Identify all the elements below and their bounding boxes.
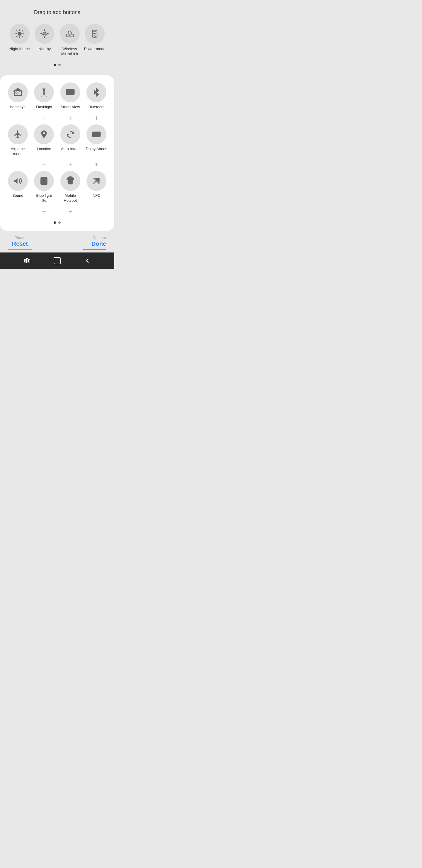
nfc-icon-circle (87, 171, 106, 191)
back-icon (84, 257, 91, 264)
panel-item-auto-rotate[interactable]: Auto rotate (59, 124, 82, 152)
svg-rect-27 (26, 258, 28, 263)
airplane-icon-circle (8, 124, 28, 144)
nfc-icon (92, 176, 101, 186)
dolby-atmos-label: Dolby Atmos (86, 147, 107, 152)
mobile-hotspot-icon (66, 176, 75, 186)
panel-item-homesys[interactable]: homesys (6, 83, 30, 110)
svg-point-10 (69, 35, 70, 36)
plus-row-3: + + (5, 206, 109, 218)
blue-light-filter-label: Blue light filter (32, 193, 56, 203)
panel-item-flashlight[interactable]: Flashlight (32, 83, 56, 110)
auto-rotate-label: Auto rotate (61, 147, 80, 152)
plus-button-5[interactable]: + (59, 160, 82, 170)
svg-line-7 (17, 36, 17, 37)
airplane-mode-label: Airplane mode (6, 147, 30, 157)
svg-rect-11 (92, 30, 97, 37)
panel-dots (5, 221, 109, 224)
auto-rotate-icon (66, 130, 75, 139)
flashlight-label: Flashlight (36, 105, 52, 110)
top-item-power-mode[interactable]: Power mode (83, 24, 106, 52)
done-button[interactable]: Done (91, 241, 106, 247)
home-button[interactable] (54, 257, 61, 264)
smart-view-icon (66, 88, 75, 97)
bluetooth-icon-circle (87, 83, 106, 102)
panel-item-nfc[interactable]: NFC (85, 171, 108, 198)
bottom-action-done: Camera Done (83, 236, 106, 250)
plus-button-6[interactable]: + (85, 160, 108, 170)
flashlight-icon (39, 88, 48, 97)
nfc-label: NFC (93, 193, 100, 198)
homesys-icon (13, 88, 23, 97)
svg-point-25 (69, 181, 71, 182)
nearby-icon-circle (35, 24, 55, 44)
sound-label: Sound (12, 193, 24, 198)
location-label: Location (37, 147, 51, 152)
nearby-icon (40, 29, 49, 38)
wireless-mirrorlink-label: Wireless MirrorLink (58, 46, 82, 57)
top-item-night-theme[interactable]: Night theme (8, 24, 31, 52)
main-panel: homesys Flashlight (0, 75, 114, 231)
wireless-mirrorlink-icon-circle (60, 24, 80, 44)
svg-line-4 (22, 36, 23, 37)
panel-row-2: Airplane mode Location Auto rotate (5, 124, 109, 157)
auto-rotate-icon-circle (60, 124, 80, 144)
sound-icon-circle (8, 171, 28, 191)
panel-item-dolby-atmos[interactable]: Dolby Atmos (85, 124, 108, 152)
plus-button-8[interactable]: + (59, 207, 82, 217)
panel-row-3: Sound B Blue light filter (5, 171, 109, 203)
home-icon (54, 257, 61, 264)
top-item-wireless-mirrorlink[interactable]: Wireless MirrorLink (58, 24, 82, 57)
svg-rect-26 (24, 259, 26, 262)
camera-label: Camera (93, 236, 106, 240)
top-item-nearby[interactable]: Nearby (33, 24, 56, 52)
phone-label: Phone (14, 236, 26, 240)
svg-point-21 (97, 133, 99, 135)
recent-apps-button[interactable] (24, 257, 30, 264)
plus-button-7[interactable]: + (32, 207, 56, 217)
reset-button[interactable]: Reset (12, 241, 28, 247)
power-mode-icon (90, 29, 99, 38)
wireless-mirrorlink-icon (65, 29, 74, 38)
dolby-atmos-icon-circle (87, 124, 106, 144)
svg-line-3 (17, 31, 17, 31)
panel-dot-1 (54, 221, 56, 224)
nearby-label: Nearby (38, 46, 51, 52)
dolby-atmos-icon (92, 130, 101, 139)
top-dots (6, 64, 108, 66)
blue-light-filter-icon-circle: B (34, 171, 54, 191)
panel-item-blue-light-filter[interactable]: B Blue light filter (32, 171, 56, 203)
nav-bar (0, 252, 114, 269)
plus-row-2: + + + (5, 159, 109, 171)
plus-button-1[interactable]: + (32, 113, 56, 123)
plus-button-3[interactable]: + (85, 113, 108, 123)
location-icon (39, 130, 48, 139)
panel-item-smart-view[interactable]: Smart View (59, 83, 82, 110)
smart-view-label: Smart View (61, 105, 80, 110)
panel-item-sound[interactable]: Sound (6, 171, 30, 198)
back-button[interactable] (84, 257, 91, 264)
svg-text:B: B (42, 178, 45, 182)
svg-point-12 (17, 94, 18, 95)
airplane-icon (13, 130, 23, 139)
svg-point-14 (43, 91, 44, 92)
bottom-bar: Phone Reset Camera Done (0, 231, 114, 252)
blue-light-filter-icon: B (39, 176, 48, 186)
mobile-hotspot-label: Mobile Hotspot (59, 193, 82, 203)
done-indicator-line (83, 249, 106, 250)
smart-view-icon-circle (60, 83, 80, 102)
plus-button-4[interactable]: + (32, 160, 56, 170)
top-section: Drag to add buttons Night theme (0, 0, 114, 75)
svg-line-8 (22, 31, 23, 31)
recent-apps-icon (24, 257, 30, 264)
panel-row-1: homesys Flashlight (5, 83, 109, 110)
night-theme-label: Night theme (9, 46, 30, 52)
top-dot-1 (54, 64, 56, 66)
panel-item-bluetooth[interactable]: Bluetooth (85, 83, 108, 110)
panel-item-airplane-mode[interactable]: Airplane mode (6, 124, 30, 157)
panel-item-mobile-hotspot[interactable]: Mobile Hotspot (59, 171, 82, 203)
flashlight-icon-circle (34, 83, 54, 102)
plus-button-2[interactable]: + (59, 113, 82, 123)
panel-item-location[interactable]: Location (32, 124, 56, 152)
night-theme-icon (15, 29, 24, 38)
